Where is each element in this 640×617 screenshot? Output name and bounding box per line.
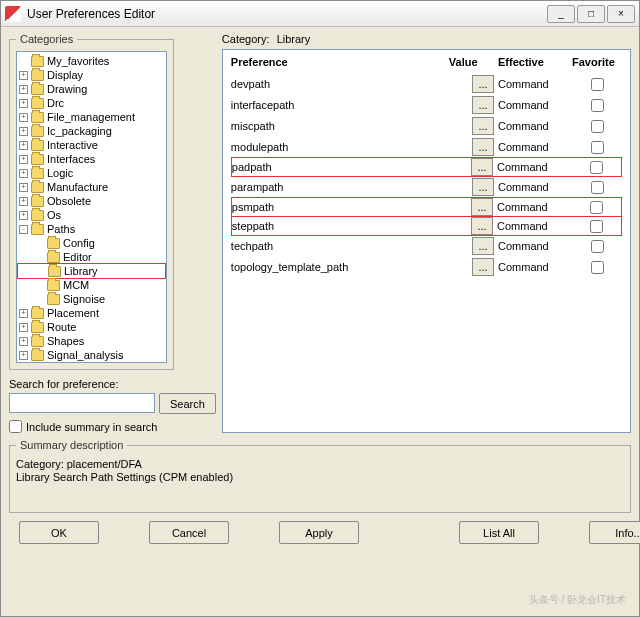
favorite-checkbox[interactable] — [590, 220, 603, 233]
value-browse-button[interactable]: ... — [472, 75, 494, 93]
folder-icon — [47, 280, 60, 291]
app-icon — [5, 6, 21, 22]
tree-item-interactive[interactable]: +Interactive — [17, 138, 166, 152]
include-summary-checkbox[interactable] — [9, 420, 22, 433]
tree-item-logic[interactable]: +Logic — [17, 166, 166, 180]
expand-icon[interactable]: + — [19, 99, 28, 108]
apply-button[interactable]: Apply — [279, 521, 359, 544]
tree-item-label: Interfaces — [47, 152, 95, 166]
pref-row-techpath: techpath...Command — [231, 236, 622, 256]
include-summary-label: Include summary in search — [26, 421, 157, 433]
tree-item-editor[interactable]: Editor — [17, 250, 166, 264]
folder-icon — [31, 336, 44, 347]
value-browse-button[interactable]: ... — [472, 178, 494, 196]
folder-icon — [31, 350, 44, 361]
expand-icon[interactable]: + — [19, 351, 28, 360]
info-button[interactable]: Info... — [589, 521, 640, 544]
tree-item-route[interactable]: +Route — [17, 320, 166, 334]
tree-item-label: Route — [47, 320, 76, 334]
categories-tree[interactable]: My_favorites+Display+Drawing+Drc+File_ma… — [16, 51, 167, 363]
value-browse-button[interactable]: ... — [472, 96, 494, 114]
favorite-checkbox[interactable] — [591, 120, 604, 133]
folder-icon — [31, 196, 44, 207]
tree-item-label: Shapes — [47, 334, 84, 348]
tree-item-placement[interactable]: +Placement — [17, 306, 166, 320]
favorite-checkbox[interactable] — [590, 201, 603, 214]
tree-item-drawing[interactable]: +Drawing — [17, 82, 166, 96]
summary-fieldset: Summary description Category: placement/… — [9, 439, 631, 513]
favorite-checkbox[interactable] — [591, 240, 604, 253]
expand-icon[interactable]: + — [19, 211, 28, 220]
tree-item-signoise[interactable]: Signoise — [17, 292, 166, 306]
tree-item-display[interactable]: +Display — [17, 68, 166, 82]
effective-value: Command — [497, 220, 567, 232]
expand-icon[interactable]: + — [19, 309, 28, 318]
tree-item-os[interactable]: +Os — [17, 208, 166, 222]
pref-row-psmpath: psmpath...Command — [231, 197, 622, 217]
minimize-button[interactable]: _ — [547, 5, 575, 23]
value-browse-button[interactable]: ... — [472, 258, 494, 276]
value-browse-button[interactable]: ... — [471, 217, 493, 235]
effective-value: Command — [498, 99, 568, 111]
tree-item-interfaces[interactable]: +Interfaces — [17, 152, 166, 166]
expand-icon[interactable]: + — [19, 337, 28, 346]
folder-icon — [31, 140, 44, 151]
search-input[interactable] — [9, 393, 155, 413]
effective-value: Command — [498, 261, 568, 273]
tree-item-paths[interactable]: -Paths — [17, 222, 166, 236]
tree-item-signal_analysis[interactable]: +Signal_analysis — [17, 348, 166, 362]
tree-item-label: MCM — [63, 278, 89, 292]
maximize-button[interactable]: □ — [577, 5, 605, 23]
pref-row-miscpath: miscpath...Command — [231, 116, 622, 136]
pref-row-parampath: parampath...Command — [231, 177, 622, 197]
expand-icon — [35, 281, 44, 290]
folder-icon — [31, 56, 44, 67]
tree-item-obsolete[interactable]: +Obsolete — [17, 194, 166, 208]
favorite-checkbox[interactable] — [591, 261, 604, 274]
search-button[interactable]: Search — [159, 393, 216, 414]
tree-item-shapes[interactable]: +Shapes — [17, 334, 166, 348]
expand-icon[interactable]: + — [19, 141, 28, 150]
col-value: Value — [449, 56, 494, 68]
expand-icon[interactable]: + — [19, 197, 28, 206]
close-button[interactable]: × — [607, 5, 635, 23]
value-browse-button[interactable]: ... — [471, 158, 493, 176]
favorite-checkbox[interactable] — [590, 161, 603, 174]
favorite-checkbox[interactable] — [591, 181, 604, 194]
expand-icon[interactable]: + — [19, 127, 28, 136]
favorite-checkbox[interactable] — [591, 99, 604, 112]
cancel-button[interactable]: Cancel — [149, 521, 229, 544]
tree-item-drc[interactable]: +Drc — [17, 96, 166, 110]
value-browse-button[interactable]: ... — [472, 138, 494, 156]
expand-icon — [35, 253, 44, 262]
tree-item-label: Placement — [47, 306, 99, 320]
expand-icon[interactable]: + — [19, 71, 28, 80]
col-preference: Preference — [231, 56, 391, 68]
value-browse-button[interactable]: ... — [471, 198, 493, 216]
expand-icon[interactable]: + — [19, 323, 28, 332]
tree-item-file_management[interactable]: +File_management — [17, 110, 166, 124]
tree-item-mcm[interactable]: MCM — [17, 278, 166, 292]
tree-item-library[interactable]: Library — [17, 263, 166, 279]
list-all-button[interactable]: List All — [459, 521, 539, 544]
value-browse-button[interactable]: ... — [472, 117, 494, 135]
expand-icon[interactable]: + — [19, 85, 28, 94]
tree-item-config[interactable]: Config — [17, 236, 166, 250]
expand-icon[interactable]: + — [19, 113, 28, 122]
favorite-checkbox[interactable] — [591, 141, 604, 154]
value-browse-button[interactable]: ... — [472, 237, 494, 255]
tree-item-manufacture[interactable]: +Manufacture — [17, 180, 166, 194]
expand-icon[interactable]: + — [19, 183, 28, 192]
expand-icon[interactable]: + — [19, 155, 28, 164]
favorite-checkbox[interactable] — [591, 78, 604, 91]
pref-row-interfacepath: interfacepath...Command — [231, 95, 622, 115]
tree-item-my_favorites[interactable]: My_favorites — [17, 54, 166, 68]
expand-icon[interactable]: - — [19, 225, 28, 234]
tree-item-ic_packaging[interactable]: +Ic_packaging — [17, 124, 166, 138]
folder-icon — [31, 210, 44, 221]
expand-icon[interactable]: + — [19, 169, 28, 178]
pref-name: techpath — [231, 240, 391, 252]
ok-button[interactable]: OK — [19, 521, 99, 544]
pref-row-devpath: devpath...Command — [231, 74, 622, 94]
col-favorite: Favorite — [572, 56, 622, 68]
